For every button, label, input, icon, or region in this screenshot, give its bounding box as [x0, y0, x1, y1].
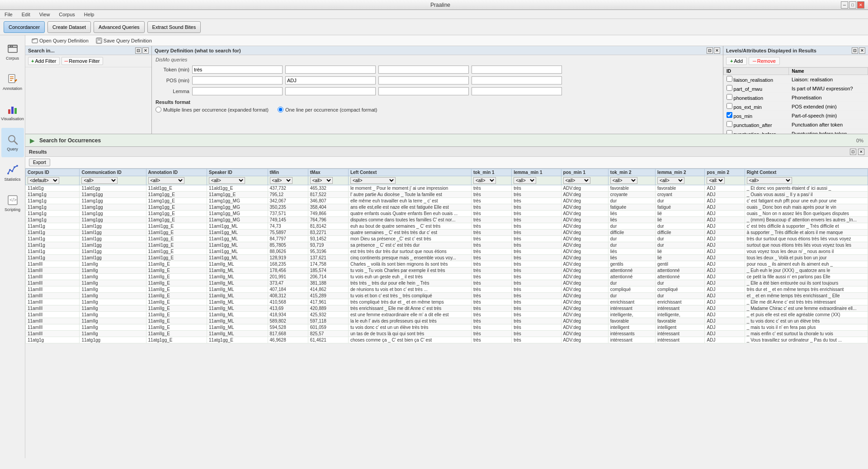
filter-tok2[interactable]: <all>: [608, 176, 655, 185]
filter-annotation-id[interactable]: <all>: [146, 176, 207, 185]
open-query-definition-button[interactable]: Open Query Definition: [29, 37, 91, 45]
sidebar-item-corpus[interactable]: Corpus: [1, 37, 24, 66]
results-format-section: Results format Multiple lines per occurr…: [152, 98, 723, 114]
col-corpus-id: Corpus ID: [26, 169, 80, 176]
filter-tok1[interactable]: <all>: [471, 176, 511, 185]
export-button[interactable]: Export: [29, 159, 50, 166]
token-input-3[interactable]: [378, 66, 469, 74]
token-input-4[interactable]: [472, 66, 562, 74]
punct-before-checkbox[interactable]: [726, 130, 732, 134]
lemma-input-3[interactable]: [378, 87, 469, 95]
liaison-checkbox[interactable]: [726, 76, 732, 82]
filter-left-context[interactable]: <all>: [348, 176, 471, 185]
filter-communication-id[interactable]: <all>: [80, 176, 146, 185]
levels-add-button[interactable]: + Add: [726, 57, 747, 65]
levels-remove-button[interactable]: ─ Remove: [749, 57, 780, 65]
svg-point-15: [11, 170, 13, 172]
remove-filter-button[interactable]: ─ Remove Filter: [61, 57, 103, 65]
filter-tmax[interactable]: <all>: [308, 176, 348, 185]
menu-edit[interactable]: Edit: [19, 11, 33, 18]
multiple-lines-label: Multiple lines per occurrence (expanded …: [163, 107, 269, 113]
filter-corpus-id[interactable]: <default>: [26, 176, 80, 185]
pos-min-checkbox[interactable]: [726, 112, 732, 118]
results-expand-button[interactable]: ⊡: [850, 149, 856, 155]
query-def-close-button[interactable]: ✕: [714, 47, 720, 54]
one-line-radio[interactable]: [278, 107, 283, 113]
filter-lemma2[interactable]: <all>: [656, 176, 705, 185]
sidebar-item-query[interactable]: Query: [1, 128, 24, 157]
level-row-punct-after: punctuation_after Punctuation after toke…: [724, 120, 868, 129]
token-input-1[interactable]: [192, 66, 283, 74]
search-in-expand-button[interactable]: ⊡: [135, 47, 142, 54]
table-row: 11amg1g11amg1gg11amg1gg_E11amg1gg_MG737,…: [26, 211, 868, 217]
col-right-context: Right Context: [745, 169, 868, 176]
query-def-controls: ⊡ ✕: [707, 47, 720, 54]
results-tbody: 11ald1g11ald1gg11ald1gg_E11ald1gg_E437,7…: [26, 185, 868, 343]
add-filter-button[interactable]: + Add Filter: [28, 57, 60, 65]
menu-corpus[interactable]: Corpus: [56, 11, 77, 18]
maximize-button[interactable]: □: [849, 1, 856, 9]
scripting-icon: </>: [6, 194, 19, 206]
advanced-queries-button[interactable]: Advanced Queries: [94, 21, 145, 33]
phonetisation-checkbox[interactable]: [726, 94, 732, 100]
pos-input-1[interactable]: [192, 76, 283, 84]
table-row: 11amg1g11amg1gg11amg1gg_E11amg1gg_MG342,…: [26, 198, 868, 204]
one-line-option[interactable]: One line per occurrence (compact format): [278, 107, 377, 113]
corpus-icon: [6, 42, 19, 55]
multiple-lines-option[interactable]: Multiple lines per occurrence (expanded …: [156, 107, 269, 113]
svg-point-14: [9, 169, 11, 171]
levels-controls: ⊡ ✕: [852, 47, 865, 54]
search-in-close-button[interactable]: ✕: [142, 47, 149, 54]
query-def-expand-button[interactable]: ⊡: [707, 47, 713, 54]
filter-lemma1[interactable]: <all>: [512, 176, 561, 185]
pos-input-4[interactable]: [472, 76, 562, 84]
filter-tmin[interactable]: <all>: [268, 176, 308, 185]
filter-pos2[interactable]: <all>: [705, 176, 745, 185]
minimize-button[interactable]: ─: [841, 1, 848, 9]
open-query-label: Open Query Definition: [39, 38, 89, 43]
query-def-header: Query Definition (what to search for) ⊡ …: [152, 46, 723, 55]
concordancer-button[interactable]: Concordancer: [4, 21, 45, 33]
filter-pos1[interactable]: <all>: [561, 176, 608, 185]
close-button[interactable]: ✕: [857, 1, 864, 9]
token-input-2[interactable]: [285, 66, 376, 74]
lemma-input-2[interactable]: [285, 87, 376, 95]
token-row: Token (min): [156, 65, 719, 74]
menu-file[interactable]: File: [2, 11, 15, 18]
sidebar-item-statistics[interactable]: Statistics: [1, 158, 24, 188]
lemma-row: Lemma: [156, 87, 719, 96]
pos-input-3[interactable]: [378, 76, 469, 84]
punct-after-checkbox[interactable]: [726, 121, 732, 127]
app-title: Praaline: [40, 2, 841, 8]
pos-input-2[interactable]: [285, 76, 376, 84]
table-row: 11amIII11amIIg11amIIg_E11amIIg_ML418,934…: [26, 312, 868, 318]
sidebar-item-annotation[interactable]: Annotation: [1, 67, 24, 97]
level-row-pos-min: pos_min Part-of-speech (min): [724, 111, 868, 120]
create-dataset-button[interactable]: Create Dataset: [47, 21, 91, 33]
menu-help[interactable]: Help: [81, 11, 97, 18]
lemma-input-1[interactable]: [192, 87, 283, 95]
sidebar-item-scripting[interactable]: </> Scripting: [1, 188, 24, 218]
results-table-container[interactable]: Corpus ID Communication ID Annotation ID…: [25, 169, 868, 458]
svg-point-2: [9, 46, 11, 47]
pos-ext-checkbox[interactable]: [726, 103, 732, 109]
extract-sound-bites-button[interactable]: Extract Sound Bites: [147, 21, 201, 33]
col-annotation-id: Annotation ID: [146, 169, 207, 176]
levels-expand-button[interactable]: ⊡: [852, 47, 858, 54]
mwu-checkbox[interactable]: [726, 85, 732, 91]
lemma-input-4[interactable]: [472, 87, 562, 95]
window-controls[interactable]: ─ □ ✕: [841, 1, 864, 9]
search-in-header: Search in... ⊡ ✕: [25, 46, 151, 55]
save-query-definition-button[interactable]: Save Query Definition: [93, 37, 155, 45]
levels-close-button[interactable]: ✕: [859, 47, 865, 54]
multiple-lines-radio[interactable]: [156, 107, 161, 113]
results-close-button[interactable]: ✕: [858, 149, 864, 155]
filter-speaker-id[interactable]: <all>: [207, 176, 268, 185]
menu-view[interactable]: View: [37, 11, 53, 18]
add-label: Add: [734, 58, 743, 64]
sidebar-item-visualisation[interactable]: Visualisation: [1, 98, 24, 127]
filter-right-context[interactable]: <all>: [745, 176, 868, 185]
search-occurrences-label[interactable]: Search for Occurrences: [39, 137, 101, 144]
table-row: 11amI1g11amI1gg11amI1gg_E11amI1gg_ML74,7…: [26, 223, 868, 230]
token-label: Token (min): [156, 67, 189, 72]
